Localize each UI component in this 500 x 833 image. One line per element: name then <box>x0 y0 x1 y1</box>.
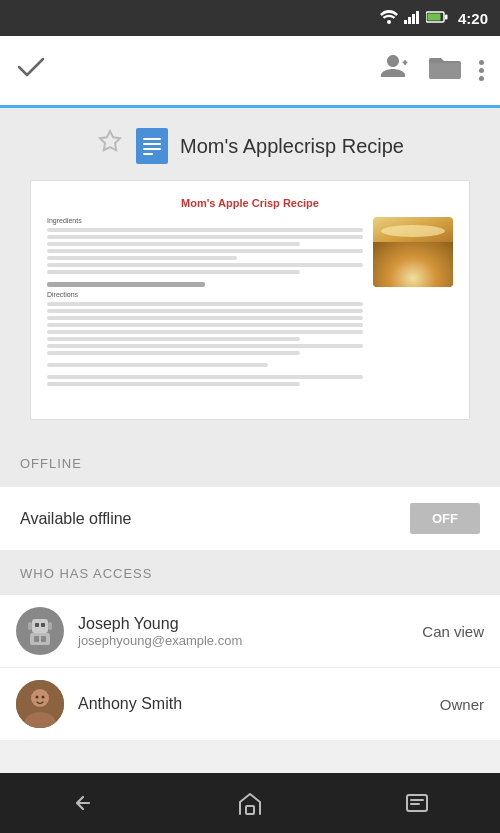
wifi-icon <box>380 10 398 27</box>
access-row-joseph[interactable]: Joseph Young josephyoung@example.com Can… <box>0 595 500 668</box>
directions-label: Directions <box>47 291 363 298</box>
status-time: 4:20 <box>458 10 488 27</box>
recipe-image <box>373 217 453 389</box>
svg-rect-3 <box>412 14 415 24</box>
folder-icon[interactable] <box>429 54 461 87</box>
svg-rect-12 <box>28 622 32 630</box>
recipe-text: Ingredients Directions <box>47 217 363 389</box>
svg-rect-7 <box>445 14 448 19</box>
svg-rect-22 <box>246 806 254 814</box>
avatar-joseph <box>16 607 64 655</box>
action-bar <box>0 36 500 108</box>
recipe-preview-title: Mom's Apple Crisp Recipe <box>47 197 453 209</box>
more-options-icon[interactable] <box>479 60 484 81</box>
svg-rect-15 <box>34 636 39 642</box>
nav-bar <box>0 773 500 833</box>
user-email-joseph: josephyoung@example.com <box>78 633 408 648</box>
user-info-anthony: Anthony Smith <box>78 695 426 713</box>
offline-toggle[interactable]: OFF <box>410 503 480 534</box>
user-info-joseph: Joseph Young josephyoung@example.com <box>78 615 408 648</box>
offline-section-label: OFFLINE <box>20 456 480 471</box>
svg-point-20 <box>36 696 39 699</box>
battery-icon <box>426 11 448 26</box>
access-role-joseph: Can view <box>422 623 484 640</box>
access-role-anthony: Owner <box>440 696 484 713</box>
svg-point-21 <box>42 696 45 699</box>
access-row-anthony[interactable]: Anthony Smith Owner <box>0 668 500 741</box>
svg-rect-11 <box>41 623 45 627</box>
doc-type-icon <box>136 128 168 164</box>
available-offline-label: Available offline <box>20 510 132 528</box>
svg-rect-13 <box>48 622 52 630</box>
svg-point-0 <box>387 20 391 24</box>
home-button[interactable] <box>167 773 334 833</box>
avatar-anthony <box>16 680 64 728</box>
svg-rect-14 <box>30 633 50 645</box>
svg-point-18 <box>31 689 49 707</box>
signal-icon <box>404 10 420 27</box>
check-icon[interactable] <box>16 55 46 86</box>
user-name-joseph: Joseph Young <box>78 615 408 633</box>
svg-rect-2 <box>408 17 411 24</box>
recents-button[interactable] <box>333 773 500 833</box>
svg-rect-24 <box>410 799 424 801</box>
offline-section: OFFLINE <box>0 440 500 487</box>
main-content: Mom's Applecrisp Recipe Mom's Apple Cris… <box>0 108 500 741</box>
doc-preview[interactable]: Mom's Apple Crisp Recipe Ingredients Dir… <box>30 180 470 420</box>
doc-title-area: Mom's Applecrisp Recipe <box>0 128 500 180</box>
status-bar: 4:20 <box>0 0 500 36</box>
back-button[interactable] <box>0 773 167 833</box>
svg-rect-4 <box>416 11 419 24</box>
access-section-label: WHO HAS ACCESS <box>20 566 480 581</box>
svg-rect-1 <box>404 20 407 24</box>
svg-rect-16 <box>41 636 46 642</box>
svg-rect-10 <box>35 623 39 627</box>
add-person-icon[interactable] <box>381 53 411 88</box>
svg-rect-9 <box>32 619 48 633</box>
star-icon[interactable] <box>96 129 124 164</box>
doc-title: Mom's Applecrisp Recipe <box>180 135 404 158</box>
svg-rect-6 <box>427 13 440 20</box>
user-name-anthony: Anthony Smith <box>78 695 426 713</box>
access-section: WHO HAS ACCESS <box>0 550 500 595</box>
svg-rect-25 <box>410 803 420 805</box>
ingredients-label: Ingredients <box>47 217 363 224</box>
offline-toggle-row: Available offline OFF <box>0 487 500 550</box>
